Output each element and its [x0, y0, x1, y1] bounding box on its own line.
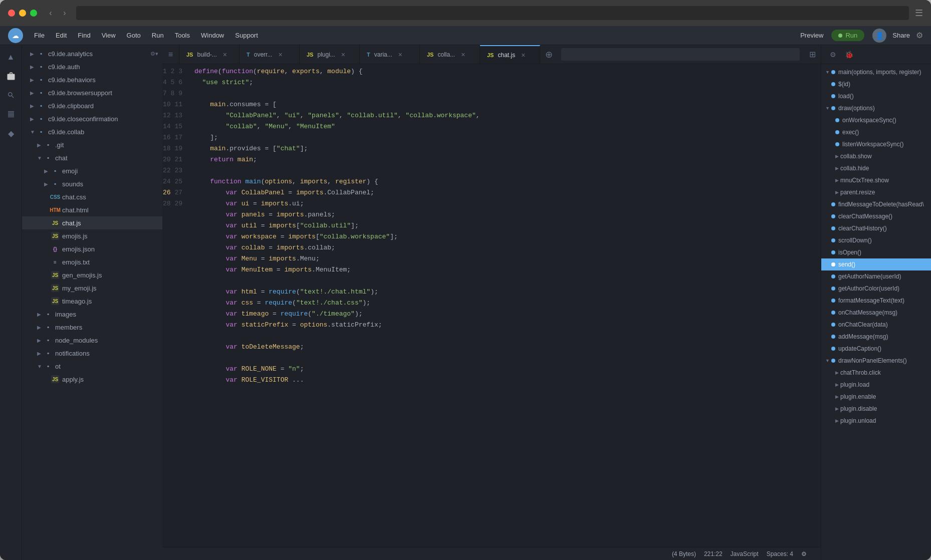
- outline-getauthorname[interactable]: getAuthorName(userId): [821, 270, 931, 283]
- tab-chat-js[interactable]: JS chat.js ×: [480, 45, 540, 64]
- forward-button[interactable]: ›: [59, 8, 70, 19]
- minimize-button[interactable]: [19, 10, 26, 17]
- menu-goto[interactable]: Goto: [122, 30, 146, 41]
- outline-getauthorcolor[interactable]: getAuthorColor(userId): [821, 283, 931, 295]
- tab-varia[interactable]: T varia... ×: [360, 45, 420, 64]
- outline-exec[interactable]: exec(): [821, 126, 931, 138]
- tree-item-browsersupport[interactable]: ▶ ▪ c9.ide.browsersupport: [22, 86, 162, 99]
- activity-files[interactable]: [3, 68, 19, 84]
- tab-close-button[interactable]: ×: [278, 51, 282, 59]
- hamburger-menu[interactable]: ☰: [915, 8, 923, 19]
- tab-build[interactable]: JS build-... ×: [179, 45, 240, 64]
- outline-send[interactable]: send(): [821, 258, 931, 270]
- activity-table[interactable]: [3, 106, 19, 122]
- activity-collapse[interactable]: ▲: [3, 49, 19, 65]
- tree-item-node-modules[interactable]: ▶ ▪ node_modules: [22, 334, 162, 347]
- outline-onchatmessage[interactable]: onChatMessage(msg): [821, 307, 931, 319]
- back-button[interactable]: ‹: [45, 8, 56, 19]
- tree-item-sounds[interactable]: ▶ ▪ sounds: [22, 177, 162, 190]
- tab-close-button[interactable]: ×: [341, 51, 345, 59]
- outline-chatthrob[interactable]: ▶ chatThrob.click: [821, 367, 931, 379]
- tree-item-gen-emojis[interactable]: JS gen_emojis.js: [22, 268, 162, 282]
- outline-findmessagetodelete[interactable]: findMessageToDelete(hasRead\: [821, 198, 931, 210]
- settings-icon[interactable]: ⚙: [916, 31, 923, 40]
- tree-item-collab[interactable]: ▼ ▪ c9.ide.collab: [22, 125, 162, 138]
- activity-search[interactable]: [3, 87, 19, 103]
- menu-file[interactable]: File: [29, 30, 50, 41]
- tree-item-emojis-json[interactable]: {} emojis.json: [22, 242, 162, 255]
- tree-item-members[interactable]: ▶ ▪ members: [22, 321, 162, 334]
- tab-colla[interactable]: JS colla... ×: [420, 45, 480, 64]
- menu-window[interactable]: Window: [196, 30, 229, 41]
- tree-item-notifications[interactable]: ▶ ▪ notifications: [22, 347, 162, 360]
- tab-overr[interactable]: T overr... ×: [240, 45, 300, 64]
- status-language[interactable]: JavaScript: [731, 550, 759, 557]
- outline-drawnon[interactable]: ▼ drawNonPanelElements(): [821, 355, 931, 367]
- outline-plugin-load[interactable]: ▶ plugin.load: [821, 379, 931, 391]
- outline-onworkspacesync[interactable]: onWorkspaceSync(): [821, 114, 931, 126]
- outline-plugin-disable[interactable]: ▶ plugin.disable: [821, 403, 931, 415]
- tree-item-timeago[interactable]: JS timeago.js: [22, 295, 162, 308]
- tab-close-button[interactable]: ×: [461, 51, 465, 59]
- run-button[interactable]: Run: [831, 30, 864, 41]
- outline-mnuCtxTree-show[interactable]: ▶ mnuCtxTree.show: [821, 174, 931, 186]
- outline-plugin-enable[interactable]: ▶ plugin.enable: [821, 391, 931, 403]
- status-spaces[interactable]: Spaces: 4: [767, 550, 793, 557]
- tree-item-chat-css[interactable]: CSS chat.css: [22, 190, 162, 203]
- outline-draw[interactable]: ▼ draw(options): [821, 102, 931, 114]
- tree-item-images[interactable]: ▶ ▪ images: [22, 308, 162, 321]
- tree-item-chat-html[interactable]: HTM chat.html: [22, 203, 162, 216]
- menu-run[interactable]: Run: [147, 30, 169, 41]
- tab-search-input[interactable]: [561, 48, 800, 61]
- panel-bug-icon[interactable]: 🐞: [842, 48, 855, 61]
- menu-tools[interactable]: Tools: [170, 30, 195, 41]
- outline-load[interactable]: load(): [821, 90, 931, 102]
- tree-item-ot[interactable]: ▼ ▪ ot: [22, 360, 162, 373]
- status-gear-icon[interactable]: ⚙: [801, 550, 807, 557]
- outline-plugin-unload[interactable]: ▶ plugin.unload: [821, 415, 931, 427]
- code-content[interactable]: define(function(require, exports, module…: [186, 64, 821, 547]
- tab-close-button[interactable]: ×: [398, 51, 402, 59]
- tree-item-closeconfirmation[interactable]: ▶ ▪ c9.ide.closeconfirmation: [22, 112, 162, 125]
- outline-scrolldown[interactable]: scrollDown(): [821, 234, 931, 246]
- tree-item-git[interactable]: ▶ ▪ .git: [22, 138, 162, 151]
- close-button[interactable]: [8, 10, 15, 17]
- outline-clearchathistory[interactable]: clearChatHistory(): [821, 222, 931, 234]
- maximize-button[interactable]: [30, 10, 37, 17]
- tree-item-chat[interactable]: ▼ ▪ chat: [22, 151, 162, 164]
- menu-support[interactable]: Support: [230, 30, 263, 41]
- tree-item-emojis-js[interactable]: JS emojis.js: [22, 229, 162, 242]
- outline-formatmessagetext[interactable]: formatMessageText(text): [821, 295, 931, 307]
- share-button[interactable]: Share: [892, 32, 910, 39]
- tree-item-analytics[interactable]: ▶ ▪ c9.ide.analytics ⚙▾: [22, 47, 162, 60]
- tab-layout-button[interactable]: ⊞: [804, 45, 821, 64]
- menu-find[interactable]: Find: [73, 30, 95, 41]
- tree-item-clipboard[interactable]: ▶ ▪ c9.ide.clipboard: [22, 99, 162, 112]
- outline-updatecaption[interactable]: updateCaption(): [821, 343, 931, 355]
- outline-listenworkspacesync[interactable]: listenWorkspaceSync(): [821, 138, 931, 150]
- address-bar[interactable]: [76, 6, 909, 20]
- tab-add-button[interactable]: ⊕: [540, 45, 557, 64]
- preview-button[interactable]: Preview: [800, 32, 823, 39]
- outline-isopen[interactable]: isOpen(): [821, 246, 931, 258]
- tab-close-button[interactable]: ×: [223, 51, 227, 59]
- tree-item-my-emoji[interactable]: JS my_emoji.js: [22, 282, 162, 295]
- outline-collab-hide[interactable]: ▶ collab.hide: [821, 162, 931, 174]
- tab-menu-icon[interactable]: ≡: [162, 45, 179, 64]
- outline-main[interactable]: ▼ main(options, imports, register): [821, 66, 931, 78]
- tree-item-chat-js[interactable]: JS chat.js: [22, 216, 162, 229]
- menu-edit[interactable]: Edit: [51, 30, 72, 41]
- tree-item-auth[interactable]: ▶ ▪ c9.ide.auth: [22, 60, 162, 73]
- panel-settings-icon[interactable]: ⚙: [826, 48, 839, 61]
- gear-icon[interactable]: ⚙▾: [150, 51, 158, 57]
- tree-item-behaviors[interactable]: ▶ ▪ c9.ide.behaviors: [22, 73, 162, 86]
- outline-onchatchlear[interactable]: onChatClear(data): [821, 319, 931, 331]
- outline-clearchatmessage[interactable]: clearChatMessage(): [821, 210, 931, 222]
- menu-view[interactable]: View: [97, 30, 121, 41]
- outline-parent-resize[interactable]: ▶ parent.resize: [821, 186, 931, 198]
- tree-item-emojis-txt[interactable]: ≡ emojis.txt: [22, 255, 162, 268]
- tab-close-button[interactable]: ×: [521, 51, 525, 59]
- tree-item-apply-js[interactable]: JS apply.js: [22, 373, 162, 386]
- tree-item-emoji[interactable]: ▶ ▪ emoji: [22, 164, 162, 177]
- outline-addmessage[interactable]: addMessage(msg): [821, 331, 931, 343]
